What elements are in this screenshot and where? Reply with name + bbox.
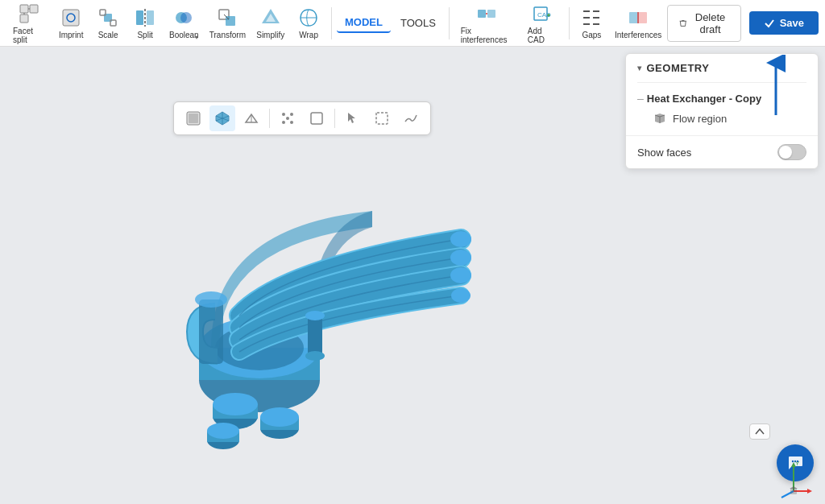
svg-rect-1 [30, 5, 38, 13]
svg-point-58 [207, 423, 239, 439]
heat-exchanger-section: ─ Heat Exchanger - Copy Flow region [626, 83, 818, 135]
toolbar-transform[interactable]: Transform [205, 3, 250, 43]
svg-rect-45 [376, 113, 388, 124]
box-icon [309, 110, 325, 126]
geometry-section-header[interactable]: ▾ GEOMETRY [626, 54, 818, 82]
save-button[interactable]: Save [749, 11, 819, 35]
svg-marker-79 [790, 486, 798, 489]
axonometric-view-button[interactable] [238, 105, 264, 131]
simplify-label: Simplify [256, 31, 284, 39]
svg-point-43 [286, 117, 289, 120]
tab-tools-label: TOOLS [400, 17, 436, 29]
toolbar-facet-split[interactable]: Facet split [6, 0, 52, 48]
toolbar-split[interactable]: Split [127, 3, 163, 43]
svg-point-41 [282, 121, 285, 124]
scale-label: Scale [98, 31, 118, 39]
right-panel: ▾ GEOMETRY ─ Heat Exchanger - Copy Flow … [625, 53, 819, 169]
isometric-icon [214, 110, 230, 126]
separator-3 [569, 7, 570, 39]
scale-icon [97, 6, 119, 29]
svg-point-67 [195, 291, 227, 308]
toolbar-gaps[interactable]: Gaps [574, 3, 609, 43]
fix-interferences-icon [475, 2, 498, 25]
toolbar-right: Delete draft Save [667, 5, 819, 42]
toolbar-imprint[interactable]: Imprint [53, 3, 89, 43]
cube-icon [185, 110, 201, 126]
imprint-label: Imprint [59, 31, 84, 39]
svg-point-65 [305, 351, 325, 361]
transform-icon [216, 6, 238, 29]
chevron-up-icon [755, 428, 765, 435]
svg-point-55 [260, 407, 299, 427]
gaps-label: Gaps [582, 31, 601, 39]
interferences-label: Interferences [615, 31, 661, 39]
show-faces-label: Show faces [637, 147, 691, 159]
svg-rect-35 [637, 12, 639, 23]
checkmark-icon [764, 18, 775, 29]
cursor-view-button[interactable] [340, 105, 366, 131]
svg-point-60 [450, 250, 471, 266]
facet-split-icon [18, 2, 40, 25]
cube-view-button[interactable] [180, 105, 206, 131]
toolbar-fix-interferences[interactable]: Fix interferences [454, 0, 520, 48]
svg-point-52 [213, 393, 258, 415]
separator-2 [449, 7, 450, 39]
arrow-annotation [764, 55, 788, 119]
svg-rect-44 [311, 113, 322, 124]
toolbar-wrap[interactable]: Wrap [291, 3, 326, 43]
svg-point-14 [180, 12, 192, 23]
svg-rect-10 [136, 10, 143, 25]
coordinate-axes: Y [773, 459, 814, 499]
scroll-up-button[interactable] [749, 423, 770, 440]
show-faces-row: Show faces [626, 135, 818, 168]
main-toolbar: Facet split Imprint Scale [0, 0, 825, 47]
svg-point-61 [450, 267, 471, 283]
delete-draft-label: Delete draft [691, 11, 728, 35]
points-view-button[interactable] [275, 105, 301, 131]
svg-point-40 [290, 113, 293, 116]
svg-point-62 [451, 288, 471, 303]
toolbar-add-cad[interactable]: CAD Add CAD [521, 0, 564, 48]
add-cad-icon: CAD [531, 2, 553, 25]
toolbar-interferences[interactable]: Interferences [611, 3, 665, 43]
svg-point-39 [282, 113, 285, 116]
flow-region-icon [653, 112, 666, 125]
surface-view-button[interactable] [398, 105, 424, 131]
svg-rect-0 [20, 5, 28, 13]
interferences-icon [627, 6, 649, 29]
toolbar-simplify[interactable]: Simplify [251, 3, 289, 43]
view-toolbar [173, 101, 431, 135]
split-icon [134, 6, 156, 29]
svg-text:CAD: CAD [537, 11, 551, 19]
svg-rect-66 [199, 300, 223, 364]
tab-model-label: MODEL [345, 16, 383, 28]
geometry-chevron-icon: ▾ [637, 64, 642, 72]
wrap-label: Wrap [299, 31, 318, 39]
tab-model[interactable]: MODEL [337, 13, 391, 33]
svg-rect-2 [20, 14, 28, 23]
minus-icon: ─ [637, 94, 644, 104]
svg-rect-78 [790, 488, 797, 494]
delete-draft-button[interactable]: Delete draft [667, 5, 741, 42]
tab-tools[interactable]: TOOLS [392, 14, 444, 32]
svg-text:Y: Y [795, 460, 800, 467]
show-faces-toggle[interactable] [777, 144, 806, 160]
boolean-icon [172, 6, 195, 29]
save-label: Save [780, 17, 804, 29]
svg-rect-21 [487, 10, 495, 18]
simplify-icon [259, 6, 282, 29]
svg-rect-63 [308, 316, 322, 356]
isometric-view-button[interactable] [209, 105, 235, 131]
box-view-button[interactable] [304, 105, 330, 131]
heat-exchanger-model [98, 82, 517, 469]
svg-marker-76 [807, 489, 812, 494]
selection-view-button[interactable] [369, 105, 395, 131]
fix-interferences-label: Fix interferences [461, 27, 513, 44]
up-arrow-indicator [764, 55, 788, 119]
toolbar-scale[interactable]: Scale [90, 3, 126, 43]
svg-rect-5 [63, 10, 79, 26]
heat-exchanger-label: Heat Exchanger - Copy [647, 93, 761, 105]
svg-rect-11 [147, 10, 154, 25]
toolbar-boolean[interactable]: Boolean ▾ [164, 3, 203, 43]
points-icon [280, 110, 296, 126]
